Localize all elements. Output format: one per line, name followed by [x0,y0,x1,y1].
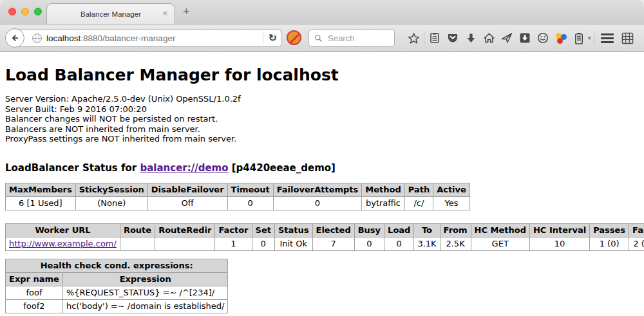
col-failoverattempts: FailoverAttempts [273,183,362,196]
menu-icon[interactable] [601,33,614,43]
col-load: Load [384,223,414,237]
table-row: foof2 hc('body') =~ /domain is establish… [6,299,228,313]
cell-factor: 1 [215,237,252,250]
col-method: Method [362,183,404,196]
cell-elected: 7 [312,237,354,250]
back-arrow-icon [10,33,19,42]
window-controls [8,8,42,15]
tab-title: Balancer Manager [80,10,141,18]
proxypass-note-line: ProxyPass settings are NOT inherited fro… [5,134,639,144]
inherit-note-line: Balancers are NOT inherited from main se… [5,124,639,135]
navigation-toolbar: localhost:8880/balancer-manager ↻ [0,24,644,52]
cell-status: Init Ok [274,237,312,250]
search-bar[interactable] [308,29,395,47]
worker-url-link[interactable]: http://www.example.com/ [9,239,117,248]
cell-hc-method: GET [471,237,529,250]
battery-extension-icon[interactable] [570,30,588,46]
cell-timeout: 0 [227,196,273,210]
col-stickysession: StickySession [75,183,147,196]
table-row: http://www.example.com/ 1 0 Init Ok 7 0 … [6,237,644,250]
cell-expr-name: foof [6,286,63,299]
reload-button[interactable]: ↻ [269,32,277,44]
tab-close-icon[interactable]: × [162,9,167,17]
balancer-demo-link[interactable]: balancer://demo [140,162,228,174]
cell-disablefailover: Off [147,196,227,210]
cell-path: /c/ [404,196,433,210]
home-icon[interactable] [480,30,498,46]
cell-hc-interval: 10 [529,237,589,250]
cell-stickysession: (None) [75,196,147,210]
toolbar-divider [594,32,594,44]
grid-extension-icon[interactable] [619,30,637,46]
col-hc-method: HC Method [471,223,529,237]
table-header-row: Worker URL Route RouteRedir Factor Set S… [6,223,644,237]
col-expression: Expression [62,272,228,286]
chevron-down-icon[interactable]: ▾ [588,35,591,41]
cell-method: bytraffic [362,196,404,210]
persist-note-line: Balancer changes will NOT be persisted o… [5,114,639,124]
cell-expression: hc('body') =~ /domain is established/ [62,299,228,313]
cell-passes: 1 (0) [590,237,629,250]
col-worker-url: Worker URL [6,223,120,237]
url-bar[interactable]: localhost:8880/balancer-manager ↻ [15,29,281,47]
reading-list-icon[interactable] [426,30,444,46]
search-icon [314,34,323,42]
cell-routeredir [155,237,215,250]
urlbar-divider [263,32,263,44]
toolbar-divider [424,32,424,44]
server-built-line: Server Built: Feb 9 2016 07:00:20 [5,104,639,115]
col-maxmembers: MaxMembers [6,183,76,196]
col-elected: Elected [312,223,354,237]
cell-load: 0 [384,237,414,250]
url-text: localhost:8880/balancer-manager [46,33,258,43]
col-status: Status [274,223,312,237]
search-input[interactable] [327,33,387,44]
table-header-row: Expr name Expression [6,272,228,286]
toolbar-icons: ▾ [404,24,637,51]
pocket-icon[interactable] [444,30,462,46]
worker-status-table: Worker URL Route RouteRedir Factor Set S… [5,223,644,251]
colors-extension-icon[interactable] [552,30,570,46]
download-box-icon[interactable] [516,30,534,46]
col-passes: Passes [590,223,629,237]
col-route: Route [120,223,155,237]
health-table-title: Health check cond. expressions: [6,259,228,272]
cell-expr-name: foof2 [6,299,63,313]
url-host: localhost [46,33,80,43]
bookmark-star-icon[interactable] [404,30,422,46]
send-plane-icon[interactable] [498,30,516,46]
tab-balancer-manager[interactable]: Balancer Manager × [46,3,175,24]
content-blocked-icon[interactable] [287,30,301,45]
health-check-table: Health check cond. expressions: Expr nam… [5,259,228,313]
col-routeredir: RouteRedir [155,223,215,237]
col-factor: Factor [215,223,252,237]
minimize-window-button[interactable] [21,8,29,15]
cell-active: Yes [433,196,470,210]
browser-window: Balancer Manager × + localhost:8880/bala… [0,0,644,316]
col-path: Path [404,183,433,196]
back-button[interactable] [5,28,24,48]
status-suffix: [p4420eeae_demo] [229,162,336,174]
tab-bar: Balancer Manager × + [0,0,644,24]
col-disablefailover: DisableFailover [147,183,227,196]
col-from: From [440,223,471,237]
cell-expression: %{REQUEST_STATUS} =~ /^[234]/ [62,286,228,299]
col-set: Set [252,223,274,237]
col-timeout: Timeout [227,183,273,196]
new-tab-button[interactable]: + [183,5,190,19]
emoji-extension-icon[interactable] [534,30,552,46]
col-hc-interval: HC Interval [529,223,589,237]
col-expr-name: Expr name [6,272,63,286]
close-window-button[interactable] [8,8,16,15]
table-title-row: Health check cond. expressions: [6,259,228,272]
cell-set: 0 [252,237,274,250]
col-to: To [414,223,440,237]
zoom-window-button[interactable] [34,8,42,15]
cell-busy: 0 [354,237,384,250]
cell-failoverattempts: 0 [273,196,362,210]
col-fails: Fails [629,223,644,237]
downloads-icon[interactable] [462,30,480,46]
server-info: Server Version: Apache/2.5.0-dev (Unix) … [5,94,639,144]
status-prefix: LoadBalancer Status for [5,162,140,174]
cell-to: 3.1K [414,237,440,250]
